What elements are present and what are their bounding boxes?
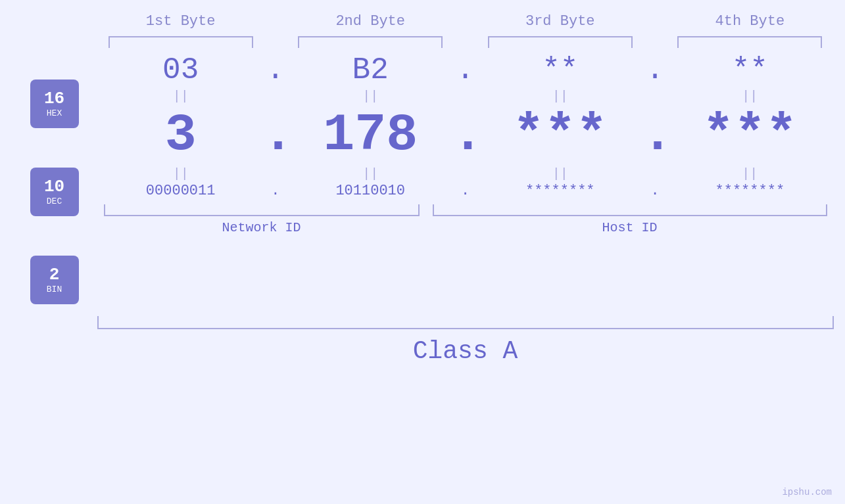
byte3-header: 3rd Byte (488, 13, 633, 30)
bottom-bracket-row: Network ID Host ID (97, 204, 834, 235)
eq2-b3: || (488, 166, 633, 181)
network-bracket-line (104, 204, 420, 216)
hex-b3: ** (488, 53, 633, 87)
eq1-b3: || (488, 89, 633, 104)
main-data-area: 16 HEX 10 DEC 2 BIN 03 . B2 . ** . ** (12, 53, 834, 304)
hex-dot2: . (452, 53, 478, 87)
bin-dot1: . (262, 183, 289, 199)
hex-b1: 03 (109, 53, 253, 87)
eq-row-2: || || || || (97, 165, 834, 183)
bin-b3: ******** (488, 183, 633, 199)
dec-dot2: . (452, 105, 478, 165)
top-bracket-3 (488, 36, 633, 48)
hex-b2: B2 (298, 53, 443, 87)
main-container: 1st Byte 2nd Byte 3rd Byte 4th Byte 16 H… (0, 0, 845, 504)
hex-badge-number: 16 (44, 89, 64, 108)
dec-dot3: . (642, 105, 668, 165)
class-bracket-line (97, 316, 834, 329)
host-bracket-group: Host ID (433, 204, 827, 235)
eq1-b1: || (109, 89, 253, 104)
bin-row: 00000011 . 10110010 . ******** . *******… (97, 183, 834, 199)
top-brackets (97, 36, 834, 48)
dec-b4: *** (677, 105, 822, 165)
hex-dot3: . (642, 53, 668, 87)
dec-b1: 3 (109, 105, 253, 165)
hex-dot1: . (262, 53, 289, 87)
network-bracket-group: Network ID (104, 204, 420, 235)
watermark: ipshu.com (782, 487, 832, 497)
bin-badge-label: BIN (47, 285, 62, 294)
eq1-b2: || (298, 89, 443, 104)
top-bracket-1 (109, 36, 253, 48)
dec-b2: 178 (298, 105, 443, 165)
class-section: Class A (97, 316, 834, 365)
byte4-header: 4th Byte (677, 13, 822, 30)
bin-badge: 2 BIN (30, 256, 79, 304)
byte-headers: 1st Byte 2nd Byte 3rd Byte 4th Byte (104, 13, 827, 30)
bin-b1: 00000011 (109, 183, 253, 199)
dec-row: 3 . 178 . *** . *** (97, 105, 834, 165)
hex-row: 03 . B2 . ** . ** (97, 53, 834, 87)
dec-dot1: . (262, 105, 289, 165)
dec-badge-label: DEC (47, 196, 62, 206)
class-label: Class A (97, 337, 834, 365)
top-bracket-2 (298, 36, 443, 48)
eq2-b1: || (109, 166, 253, 181)
host-bracket-line (433, 204, 827, 216)
eq-row-1: || || || || (97, 87, 834, 105)
host-id-label: Host ID (602, 220, 657, 235)
bin-badge-number: 2 (49, 265, 60, 285)
bin-b2: 10110010 (298, 183, 443, 199)
dec-badge-number: 10 (44, 177, 64, 196)
badges-column: 16 HEX 10 DEC 2 BIN (12, 53, 97, 304)
hex-b4: ** (677, 53, 822, 87)
eq2-b4: || (677, 166, 822, 181)
bin-dot3: . (642, 183, 668, 199)
data-grid: 03 . B2 . ** . ** || || || || 3 . (97, 53, 834, 304)
eq2-b2: || (298, 166, 443, 181)
bin-dot2: . (452, 183, 478, 199)
bin-b4: ******** (677, 183, 822, 199)
dec-b3: *** (488, 105, 633, 165)
eq1-b4: || (677, 89, 822, 104)
network-id-label: Network ID (222, 220, 301, 235)
dec-badge: 10 DEC (30, 168, 79, 216)
hex-badge-label: HEX (47, 108, 62, 118)
byte2-header: 2nd Byte (298, 13, 443, 30)
byte1-header: 1st Byte (109, 13, 253, 30)
hex-badge: 16 HEX (30, 80, 79, 128)
top-bracket-4 (677, 36, 822, 48)
